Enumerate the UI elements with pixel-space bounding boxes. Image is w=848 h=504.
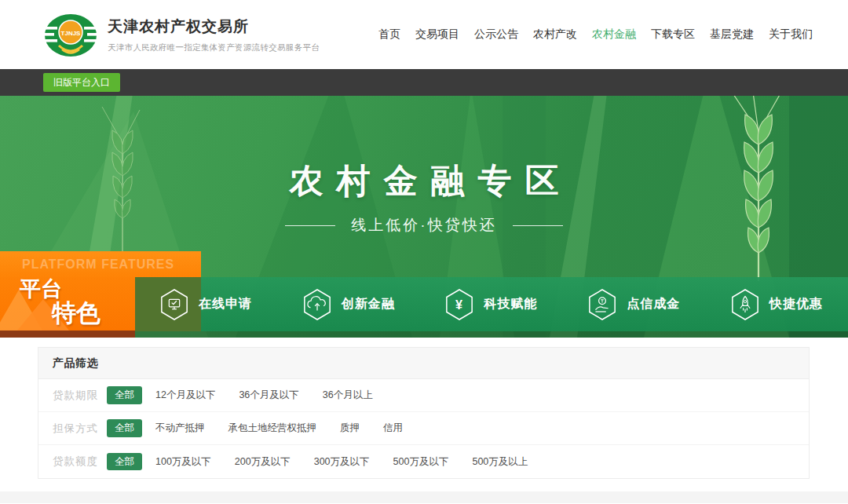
- hero-banner: 农村金融专区 线上低价·快贷快还 在线申请 创新金融: [0, 96, 848, 338]
- filter-option[interactable]: 信用: [383, 422, 403, 435]
- nav-item-projects[interactable]: 交易项目: [415, 27, 459, 42]
- filter-option[interactable]: 200万及以下: [235, 455, 291, 469]
- filter-row-loan-amount: 贷款额度 全部 100万及以下 200万及以下 300万及以下 500万及以下 …: [38, 445, 809, 478]
- filter-option[interactable]: 36个月及以下: [239, 389, 298, 402]
- filter-row-label: 贷款期限: [53, 389, 107, 403]
- filter-row-loan-term: 贷款期限 全部 12个月及以下 36个月及以下 36个月以上: [38, 379, 809, 412]
- filter-panel-title: 产品筛选: [38, 348, 809, 379]
- product-filter-panel: 产品筛选 贷款期限 全部 12个月及以下 36个月及以下 36个月以上 担保方式…: [38, 347, 810, 479]
- menu-item-label: 在线申请: [199, 296, 252, 312]
- filter-option[interactable]: 500万及以下: [393, 455, 449, 469]
- menu-item-credit-to-gold[interactable]: 点信成金: [562, 277, 705, 331]
- hero-subtitle-row: 线上低价·快贷快还: [0, 215, 848, 236]
- brand-tagline: 天津市人民政府唯一指定集体资产资源流转交易服务平台: [108, 42, 320, 53]
- menu-item-innovative-finance[interactable]: 创新金融: [277, 277, 420, 331]
- hero-title: 农村金融专区: [0, 159, 848, 204]
- menu-item-label: 科技赋能: [484, 296, 537, 312]
- menu-item-label: 点信成金: [627, 296, 680, 312]
- hero-subtitle: 线上低价·快贷快还: [351, 215, 496, 236]
- footer-band: [0, 491, 848, 503]
- filter-row-label: 担保方式: [53, 422, 107, 436]
- menu-item-online-apply[interactable]: 在线申请: [134, 277, 277, 331]
- filter-option[interactable]: 300万及以下: [314, 455, 370, 469]
- filter-option[interactable]: 不动产抵押: [155, 422, 205, 435]
- nav-item-downloads[interactable]: 下载专区: [651, 27, 695, 42]
- brand-text: 天津农村产权交易所 天津市人民政府唯一指定集体资产资源流转交易服务平台: [108, 16, 320, 53]
- brand-name: 天津农村产权交易所: [108, 16, 320, 37]
- logo-text: TJNJS: [61, 30, 82, 37]
- filter-option[interactable]: 100万及以下: [155, 455, 211, 469]
- site-logo[interactable]: TJNJS: [43, 6, 98, 63]
- menu-item-label: 快捷优惠: [769, 296, 823, 312]
- filter-option[interactable]: 承包土地经营权抵押: [228, 422, 317, 435]
- secondary-bar: 旧版平台入口: [0, 69, 848, 96]
- filter-row-guarantee-type: 担保方式 全部 不动产抵押 承包土地经营权抵押 质押 信用: [38, 412, 809, 445]
- menu-item-quick-discount[interactable]: 快捷优惠: [705, 277, 848, 331]
- subtitle-left-rule: [285, 225, 335, 226]
- filter-all-button[interactable]: 全部: [107, 419, 142, 437]
- tab-title-line2: 特色: [52, 297, 101, 330]
- svg-text:¥: ¥: [456, 297, 464, 311]
- subtitle-right-rule: [513, 225, 563, 226]
- cloud-upload-icon: [302, 288, 332, 321]
- menu-item-tech-empowerment[interactable]: ¥ 科技赋能: [420, 277, 563, 331]
- main-nav: 首页 交易项目 公示公告 农村产改 农村金融 下载专区 基层党建 关于我们: [378, 27, 813, 42]
- nav-item-announcements[interactable]: 公示公告: [474, 27, 518, 42]
- filter-all-button[interactable]: 全部: [107, 453, 142, 471]
- rocket-icon: [730, 288, 760, 321]
- nav-item-about[interactable]: 关于我们: [769, 27, 813, 42]
- site-header: TJNJS 天津农村产权交易所 天津市人民政府唯一指定集体资产资源流转交易服务平…: [0, 0, 848, 69]
- filter-option[interactable]: 500万及以上: [472, 455, 528, 469]
- filter-option[interactable]: 36个月以上: [323, 389, 373, 402]
- filter-option[interactable]: 质押: [340, 422, 360, 435]
- nav-item-home[interactable]: 首页: [378, 27, 400, 42]
- yen-icon: ¥: [444, 288, 474, 321]
- filter-option[interactable]: 12个月及以下: [155, 389, 215, 402]
- hand-coin-icon: [587, 288, 617, 321]
- old-platform-entry-button[interactable]: 旧版平台入口: [43, 73, 120, 92]
- platform-features-eyebrow: PLATFORM FEATURES: [22, 257, 174, 272]
- filter-row-label: 贷款额度: [53, 455, 107, 469]
- nav-item-rural-reform[interactable]: 农村产改: [533, 27, 577, 42]
- nav-item-party-building[interactable]: 基层党建: [710, 27, 754, 42]
- feature-menu-bar: 在线申请 创新金融 ¥ 科技赋能: [134, 277, 848, 331]
- form-check-icon: [159, 288, 189, 321]
- nav-item-rural-finance[interactable]: 农村金融: [592, 27, 636, 42]
- menu-item-label: 创新金融: [342, 296, 395, 312]
- tab-fold-shadow: [0, 331, 135, 338]
- filter-all-button[interactable]: 全部: [107, 386, 142, 404]
